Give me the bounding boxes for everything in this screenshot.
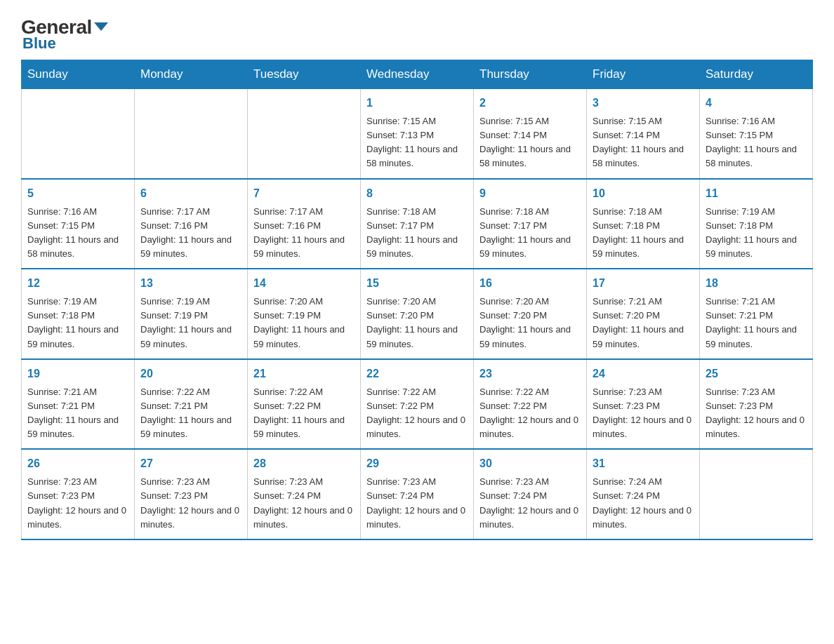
calendar-cell: 11Sunrise: 7:19 AMSunset: 7:18 PMDayligh… [700, 179, 813, 269]
day-info: Sunrise: 7:21 AMSunset: 7:20 PMDaylight:… [593, 295, 694, 351]
day-number: 5 [27, 185, 128, 202]
day-info: Sunrise: 7:15 AMSunset: 7:13 PMDaylight:… [366, 114, 468, 171]
calendar-cell [135, 89, 248, 179]
calendar-header-row: SundayMondayTuesdayWednesdayThursdayFrid… [22, 60, 813, 89]
calendar-cell: 7Sunrise: 7:17 AMSunset: 7:16 PMDaylight… [248, 179, 361, 269]
day-number: 27 [140, 455, 241, 472]
calendar-cell: 3Sunrise: 7:15 AMSunset: 7:14 PMDaylight… [587, 89, 700, 179]
calendar-cell: 18Sunrise: 7:21 AMSunset: 7:21 PMDayligh… [700, 269, 813, 359]
day-number: 29 [366, 455, 468, 472]
day-number: 20 [140, 365, 241, 382]
day-number: 23 [479, 365, 581, 382]
header-sunday: Sunday [22, 60, 135, 89]
day-info: Sunrise: 7:20 AMSunset: 7:20 PMDaylight:… [366, 295, 468, 351]
day-info: Sunrise: 7:23 AMSunset: 7:24 PMDaylight:… [479, 475, 581, 532]
day-number: 26 [27, 455, 128, 472]
calendar-cell: 10Sunrise: 7:18 AMSunset: 7:18 PMDayligh… [587, 179, 700, 269]
day-info: Sunrise: 7:22 AMSunset: 7:21 PMDaylight:… [140, 385, 241, 442]
header-tuesday: Tuesday [248, 60, 361, 89]
day-info: Sunrise: 7:20 AMSunset: 7:19 PMDaylight:… [253, 295, 355, 351]
day-info: Sunrise: 7:16 AMSunset: 7:15 PMDaylight:… [27, 205, 128, 262]
day-info: Sunrise: 7:17 AMSunset: 7:16 PMDaylight:… [253, 205, 355, 262]
calendar-cell: 26Sunrise: 7:23 AMSunset: 7:23 PMDayligh… [22, 449, 135, 539]
page-header: General Blue [21, 14, 813, 53]
header-monday: Monday [135, 60, 248, 89]
day-number: 12 [27, 275, 128, 292]
calendar-cell: 25Sunrise: 7:23 AMSunset: 7:23 PMDayligh… [700, 359, 813, 450]
calendar-table: SundayMondayTuesdayWednesdayThursdayFrid… [21, 60, 813, 540]
day-number: 7 [253, 185, 355, 202]
header-friday: Friday [587, 60, 700, 89]
calendar-cell [22, 89, 135, 179]
day-info: Sunrise: 7:22 AMSunset: 7:22 PMDaylight:… [479, 385, 581, 442]
day-info: Sunrise: 7:20 AMSunset: 7:20 PMDaylight:… [479, 295, 581, 351]
day-info: Sunrise: 7:18 AMSunset: 7:17 PMDaylight:… [479, 205, 581, 262]
calendar-cell: 16Sunrise: 7:20 AMSunset: 7:20 PMDayligh… [474, 269, 587, 359]
calendar-cell [248, 89, 361, 179]
day-number: 21 [253, 365, 355, 382]
day-info: Sunrise: 7:23 AMSunset: 7:23 PMDaylight:… [140, 475, 241, 532]
calendar-cell: 22Sunrise: 7:22 AMSunset: 7:22 PMDayligh… [361, 359, 474, 450]
day-number: 14 [253, 275, 355, 292]
logo: General Blue [21, 14, 108, 53]
day-info: Sunrise: 7:18 AMSunset: 7:17 PMDaylight:… [366, 205, 468, 262]
header-wednesday: Wednesday [361, 60, 474, 89]
day-info: Sunrise: 7:23 AMSunset: 7:24 PMDaylight:… [366, 475, 468, 532]
calendar-cell: 9Sunrise: 7:18 AMSunset: 7:17 PMDaylight… [474, 179, 587, 269]
day-number: 19 [27, 365, 128, 382]
day-number: 1 [366, 95, 468, 112]
calendar-cell: 12Sunrise: 7:19 AMSunset: 7:18 PMDayligh… [22, 269, 135, 359]
calendar-cell: 15Sunrise: 7:20 AMSunset: 7:20 PMDayligh… [361, 269, 474, 359]
day-info: Sunrise: 7:24 AMSunset: 7:24 PMDaylight:… [593, 475, 694, 532]
day-info: Sunrise: 7:23 AMSunset: 7:23 PMDaylight:… [706, 385, 807, 442]
calendar-cell: 17Sunrise: 7:21 AMSunset: 7:20 PMDayligh… [587, 269, 700, 359]
day-number: 18 [706, 275, 807, 292]
calendar-cell: 8Sunrise: 7:18 AMSunset: 7:17 PMDaylight… [361, 179, 474, 269]
calendar-cell: 5Sunrise: 7:16 AMSunset: 7:15 PMDaylight… [22, 179, 135, 269]
day-info: Sunrise: 7:23 AMSunset: 7:24 PMDaylight:… [253, 475, 355, 532]
day-number: 16 [479, 275, 581, 292]
day-info: Sunrise: 7:19 AMSunset: 7:18 PMDaylight:… [706, 205, 807, 262]
day-info: Sunrise: 7:19 AMSunset: 7:18 PMDaylight:… [27, 295, 128, 351]
calendar-cell: 21Sunrise: 7:22 AMSunset: 7:22 PMDayligh… [248, 359, 361, 450]
calendar-cell: 2Sunrise: 7:15 AMSunset: 7:14 PMDaylight… [474, 89, 587, 179]
calendar-cell: 4Sunrise: 7:16 AMSunset: 7:15 PMDaylight… [700, 89, 813, 179]
calendar-cell: 14Sunrise: 7:20 AMSunset: 7:19 PMDayligh… [248, 269, 361, 359]
calendar-cell: 29Sunrise: 7:23 AMSunset: 7:24 PMDayligh… [361, 449, 474, 539]
calendar-week-2: 5Sunrise: 7:16 AMSunset: 7:15 PMDaylight… [22, 179, 813, 269]
day-number: 2 [479, 95, 581, 112]
day-number: 10 [593, 185, 694, 202]
day-number: 6 [140, 185, 241, 202]
calendar-cell: 24Sunrise: 7:23 AMSunset: 7:23 PMDayligh… [587, 359, 700, 450]
day-info: Sunrise: 7:15 AMSunset: 7:14 PMDaylight:… [479, 114, 581, 171]
calendar-cell: 31Sunrise: 7:24 AMSunset: 7:24 PMDayligh… [587, 449, 700, 539]
calendar-cell [700, 449, 813, 539]
calendar-week-5: 26Sunrise: 7:23 AMSunset: 7:23 PMDayligh… [22, 449, 813, 539]
day-number: 15 [366, 275, 468, 292]
calendar-cell: 19Sunrise: 7:21 AMSunset: 7:21 PMDayligh… [22, 359, 135, 450]
day-number: 11 [706, 185, 807, 202]
day-number: 24 [593, 365, 694, 382]
day-number: 8 [366, 185, 468, 202]
day-info: Sunrise: 7:23 AMSunset: 7:23 PMDaylight:… [27, 475, 128, 532]
calendar-cell: 6Sunrise: 7:17 AMSunset: 7:16 PMDaylight… [135, 179, 248, 269]
day-number: 25 [706, 365, 807, 382]
header-thursday: Thursday [474, 60, 587, 89]
calendar-week-1: 1Sunrise: 7:15 AMSunset: 7:13 PMDaylight… [22, 89, 813, 179]
calendar-cell: 13Sunrise: 7:19 AMSunset: 7:19 PMDayligh… [135, 269, 248, 359]
day-info: Sunrise: 7:16 AMSunset: 7:15 PMDaylight:… [706, 114, 807, 171]
day-info: Sunrise: 7:23 AMSunset: 7:23 PMDaylight:… [593, 385, 694, 442]
calendar-cell: 27Sunrise: 7:23 AMSunset: 7:23 PMDayligh… [135, 449, 248, 539]
day-number: 30 [479, 455, 581, 472]
day-number: 28 [253, 455, 355, 472]
calendar-cell: 23Sunrise: 7:22 AMSunset: 7:22 PMDayligh… [474, 359, 587, 450]
day-number: 17 [593, 275, 694, 292]
day-number: 22 [366, 365, 468, 382]
day-number: 31 [593, 455, 694, 472]
calendar-cell: 28Sunrise: 7:23 AMSunset: 7:24 PMDayligh… [248, 449, 361, 539]
day-info: Sunrise: 7:22 AMSunset: 7:22 PMDaylight:… [366, 385, 468, 442]
day-number: 9 [479, 185, 581, 202]
header-saturday: Saturday [700, 60, 813, 89]
day-info: Sunrise: 7:18 AMSunset: 7:18 PMDaylight:… [593, 205, 694, 262]
calendar-week-3: 12Sunrise: 7:19 AMSunset: 7:18 PMDayligh… [22, 269, 813, 359]
